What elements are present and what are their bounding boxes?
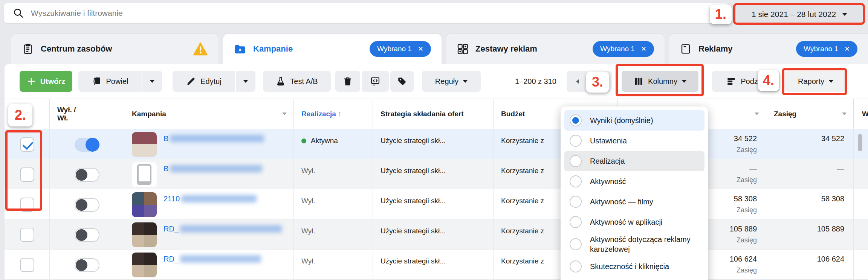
header-reach[interactable]: Zasięg — [766, 99, 854, 129]
redacted-text-block — [180, 255, 261, 263]
selected-count-badge[interactable]: Wybrano 1 ✕ — [796, 41, 857, 57]
plus-icon — [27, 77, 36, 86]
columns-menu: Wyniki (domyślnie)UstawieniaRealizacjaAk… — [561, 107, 708, 280]
radio-icon[interactable] — [570, 238, 582, 250]
campaign-name-prefix: RD_ — [164, 255, 179, 263]
radio-icon[interactable] — [570, 175, 582, 187]
delete-button[interactable] — [335, 71, 360, 92]
sort-caret-icon — [842, 113, 847, 115]
table-body: BAktywnaUżycie strategii skł...Korzystan… — [5, 129, 868, 280]
row-checkbox[interactable] — [20, 258, 34, 272]
search-icon — [13, 8, 24, 19]
selected-count-badge[interactable]: Wybrano 1 ✕ — [370, 41, 431, 57]
campaign-name[interactable]: B — [164, 162, 262, 189]
ab-test-button[interactable]: Test A/B — [263, 71, 331, 92]
table-row[interactable]: BAktywnaUżycie strategii skł...Korzystan… — [5, 129, 868, 159]
embed-code-button[interactable] — [362, 71, 389, 92]
columns-menu-item[interactable]: Wyniki (domyślnie) — [564, 110, 704, 131]
bid-strategy-text: Użycie strategii skł... — [381, 195, 486, 205]
previous-page-button[interactable] — [567, 71, 588, 92]
radio-icon[interactable] — [570, 260, 582, 272]
edit-menu-button[interactable] — [236, 71, 255, 92]
campaign-name[interactable]: 2110 — [164, 192, 257, 219]
columns-menu-item-label: Aktywność — [590, 177, 626, 186]
columns-menu-item[interactable]: Realizacja — [564, 151, 704, 171]
reach-cell: 34 522 — [766, 129, 854, 159]
rules-button[interactable]: Reguły — [422, 71, 481, 92]
radio-icon[interactable] — [570, 135, 582, 147]
columns-menu-item[interactable]: Aktywność dotycząca reklamy karuzelowej — [564, 232, 704, 256]
delivery-status-cell: Wył. — [294, 219, 373, 249]
radio-icon[interactable] — [570, 155, 582, 167]
campaign-name-prefix: B — [164, 134, 168, 143]
clipped-cell — [854, 219, 868, 249]
bid-strategy-cell: Użycie strategii skł... — [373, 159, 494, 189]
code-window-icon — [370, 76, 381, 87]
edit-button[interactable]: Edytuj — [173, 71, 235, 92]
status-text: Wył. — [301, 255, 366, 265]
flask-icon — [276, 76, 286, 86]
campaign-name[interactable]: RD_ — [164, 222, 282, 249]
table-row[interactable]: 2110Wył.Użycie strategii skł...Korzystan… — [5, 189, 868, 219]
toolbar: Utwórz Powiel Edytuj — [5, 64, 868, 99]
row-toggle-cell — [50, 250, 124, 279]
campaign-toggle-off[interactable] — [75, 258, 99, 272]
columns-menu-item-label: Aktywność dotycząca reklamy karuzelowej — [590, 234, 695, 254]
columns-menu-item[interactable]: Aktywność — filmy — [564, 192, 704, 212]
deselect-icon[interactable]: ✕ — [641, 45, 646, 53]
campaign-toggle-on[interactable] — [75, 138, 99, 152]
tab-zestawy-reklam[interactable]: Zestawy reklam Wybrano 1 ✕ — [446, 34, 665, 64]
tab-label: Centrum zasobów — [41, 44, 112, 54]
radio-icon[interactable] — [570, 196, 582, 208]
campaign-toggle-off[interactable] — [75, 228, 99, 242]
create-button[interactable]: Utwórz — [20, 71, 72, 92]
content-card: Utwórz Powiel Edytuj — [5, 64, 868, 280]
level-tabs: Centrum zasobów Kampanie Wybrano 1 ✕ — [0, 34, 868, 64]
radio-icon[interactable] — [570, 216, 582, 228]
header-campaign[interactable]: Kampania — [124, 99, 294, 129]
campaign-name[interactable]: RD_ — [164, 253, 261, 279]
annotation-box-date-range — [733, 3, 865, 25]
columns-menu-item[interactable]: Aktywność w aplikacji — [564, 212, 704, 232]
clipped-cell — [854, 159, 868, 189]
row-toggle-cell — [50, 219, 124, 249]
tab-reklamy[interactable]: Reklamy Wybrano 1 ✕ — [669, 34, 868, 64]
tab-kampanie[interactable]: Kampanie Wybrano 1 ✕ — [223, 34, 442, 64]
campaign-toggle-off[interactable] — [75, 198, 99, 212]
columns-menu-item[interactable]: Skuteczność i kliknięcia — [564, 256, 704, 277]
delivery-status-cell: Wył. — [294, 250, 373, 279]
status-active: Aktywna — [301, 134, 366, 145]
vertical-scrollbar-thumb[interactable] — [858, 134, 862, 151]
radio-selected-icon[interactable] — [570, 114, 582, 126]
columns-menu-item-label: Ustawienia — [590, 136, 627, 146]
campaign-name[interactable]: B — [164, 132, 264, 159]
duplicate-menu-button[interactable] — [142, 71, 162, 92]
reach-cell: 105 889 — [766, 219, 854, 249]
status-text: Wył. — [301, 164, 366, 175]
campaign-toggle-off[interactable] — [75, 168, 99, 182]
table-row[interactable]: RD_Wył.Użycie strategii skł...Korzystani… — [5, 219, 868, 250]
row-checkbox[interactable] — [20, 228, 34, 242]
campaign-name-line: B — [164, 134, 264, 143]
campaign-name-prefix: 2110 — [164, 195, 180, 203]
table-row[interactable]: RD_Wył.Użycie strategii skł...Korzystani… — [5, 250, 868, 280]
deselect-icon[interactable]: ✕ — [418, 45, 423, 53]
search-input[interactable]: Wyszukiwanie i filtrowanie — [4, 3, 729, 23]
table-row[interactable]: BWył.Użycie strategii skł...Korzystanie … — [5, 159, 868, 189]
reach-value: 58 308 — [774, 195, 844, 203]
sort-up-icon: ↑ — [338, 110, 342, 118]
status-text: Wył. — [301, 225, 366, 235]
tab-centrum-zasobow[interactable]: Centrum zasobów — [11, 34, 219, 64]
columns-menu-item[interactable]: Ustawienia — [564, 131, 704, 151]
header-bid-strategy[interactable]: Strategia składania ofert — [373, 99, 494, 129]
columns-menu-item[interactable]: Aktywność — [564, 171, 704, 192]
header-delivery[interactable]: Realizacja ↑ — [294, 99, 373, 129]
campaign-cell: B — [124, 129, 294, 159]
deselect-icon[interactable]: ✕ — [844, 45, 850, 53]
delivery-status-cell: Wył. — [294, 159, 373, 189]
duplicate-button[interactable]: Powiel — [78, 71, 142, 92]
tag-button[interactable] — [390, 71, 414, 92]
status-text: Aktywna — [311, 137, 338, 145]
selected-count-badge[interactable]: Wybrano 1 ✕ — [593, 41, 654, 57]
sort-caret-icon — [282, 113, 287, 115]
